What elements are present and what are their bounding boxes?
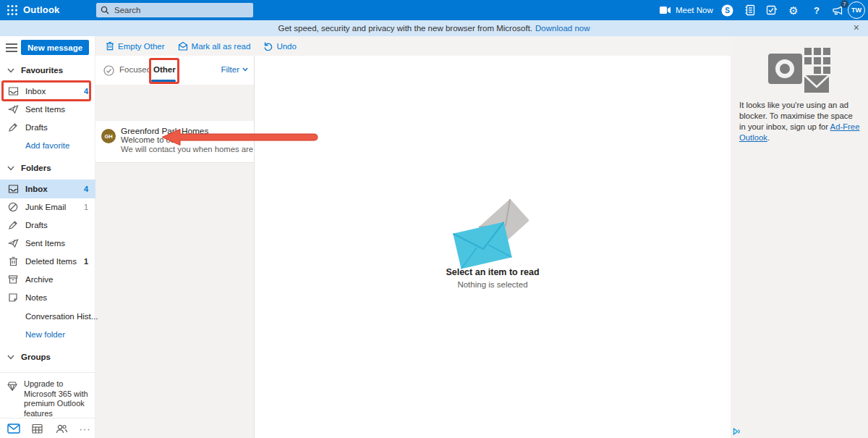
chevron-down-icon [7,164,14,172]
camera-icon [660,6,671,14]
drafts-pencil-icon [7,220,19,230]
help-button[interactable]: ? [809,3,825,17]
sidebar-item-sent[interactable]: Sent Items [0,234,95,253]
banner-download-link[interactable]: Download now [535,24,590,33]
tab-other[interactable]: Other [153,56,176,83]
my-day-button[interactable] [764,3,780,17]
folder-sidebar: New message Favourites Inbox 4 Sent Item… [0,36,95,438]
sidebar-item-archive[interactable]: Archive [0,270,95,289]
search-icon [101,6,109,14]
adchoices-icon[interactable] [732,426,741,438]
email-list-item[interactable]: GH Greenford Park Homes Welcome to our W… [95,121,254,163]
top-bar: Outlook Meet Now S [0,0,868,20]
sidebar-item-notes[interactable]: Notes [0,288,95,307]
divider [0,418,95,418]
sidebar-item-fav-inbox[interactable]: Inbox 4 [0,82,95,101]
inbox-icon [7,184,19,194]
trash-icon [106,41,114,51]
mark-all-read-button[interactable]: Mark all as read [178,41,251,51]
new-folder-link[interactable]: New folder [0,325,95,344]
command-bar: Empty Other Mark all as read Undo [95,36,731,56]
item-count: 1 [84,203,88,211]
sent-icon [7,238,19,248]
module-switcher: ··· [0,419,95,438]
upgrade-text: Upgrade to Microsoft 365 with premium Ou… [24,379,90,418]
app-launcher-icon[interactable] [7,4,18,16]
add-favorite-link[interactable]: Add favorite [0,136,95,155]
svg-text:S: S [725,7,730,14]
email-subject: Welcome to our [121,135,178,144]
search-box[interactable] [96,3,253,17]
sidebar-item-drafts[interactable]: Drafts [0,216,95,235]
banner-message: Get speed, security and privacy with the… [278,24,533,33]
drafts-pencil-icon [7,122,19,132]
note-icon [7,292,19,303]
unread-count: 4 [84,87,88,96]
favourites-header[interactable]: Favourites [0,61,95,80]
open-envelope-icon [178,41,188,51]
folders-header[interactable]: Folders [0,159,95,177]
outlook-window: Outlook Meet Now S [0,0,868,438]
skype-button[interactable]: S [719,3,735,17]
settings-button[interactable]: ⚙ [786,3,801,17]
sidebar-item-inbox[interactable]: Inbox 4 [0,180,95,198]
chevron-down-icon [7,66,14,75]
sidebar-item-fav-sent[interactable]: Sent Items [0,100,95,119]
help-icon: ? [814,5,820,16]
skype-icon: S [721,4,733,17]
whats-new-button[interactable]: 7 [829,3,845,17]
upgrade-promo[interactable]: Upgrade to Microsoft 365 with premium Ou… [0,376,95,418]
item-count: 1 [84,257,88,266]
active-tab-underline [151,80,176,82]
meet-now-label: Meet Now [676,6,713,14]
sent-icon [7,104,19,114]
email-sender: Greenford Park Homes [121,126,208,136]
sidebar-item-conversation-history[interactable]: Conversation Hist... [0,307,95,326]
adblocker-message: It looks like you're using an ad blocker… [739,100,861,143]
sender-avatar: GH [101,129,116,143]
account-avatar[interactable]: TW [848,1,865,19]
more-modules-icon[interactable]: ··· [75,424,95,434]
people-module-icon[interactable] [51,424,72,434]
sidebar-item-deleted[interactable]: Deleted Items 1 [0,252,95,271]
empty-state-subtitle: Nothing is selected [255,280,731,289]
undo-icon [263,41,273,51]
ad-panel: It looks like you're using an ad blocker… [731,36,868,438]
outlook-gray-logo-icon [768,48,830,97]
browser-promo-banner: Get speed, security and privacy with the… [0,20,868,36]
calendar-module-icon[interactable] [27,424,48,434]
mail-module-icon[interactable] [3,424,24,434]
chevron-down-icon [242,67,248,72]
sidebar-item-fav-drafts[interactable]: Drafts [0,118,95,137]
hamburger-icon[interactable] [6,42,19,52]
meet-now-button[interactable]: Meet Now [660,0,713,20]
filter-button[interactable]: Filter [221,56,248,83]
new-message-button[interactable]: New message [21,40,89,55]
empty-state-title: Select an item to read [255,267,731,277]
tab-focused[interactable]: Focused [119,56,151,83]
app-title: Outlook [23,0,60,20]
inbox-icon [7,86,19,96]
onenote-feed-button[interactable] [742,3,758,17]
gear-icon: ⚙ [788,5,798,16]
message-list: Focused Other Filter GH Greenford Park H… [95,56,254,438]
banner-close-icon[interactable]: × [851,20,862,36]
sidebar-item-junk[interactable]: Junk Email 1 [0,198,95,216]
select-all-check-icon[interactable] [103,65,114,79]
reading-pane: Select an item to read Nothing is select… [254,56,731,438]
premium-diamond-icon [7,381,17,418]
search-input[interactable] [114,6,249,14]
undo-button[interactable]: Undo [263,41,297,51]
notification-badge: 7 [841,0,848,8]
divider [0,372,95,373]
groups-header[interactable]: Groups [0,348,95,366]
chevron-down-icon [7,353,14,361]
tasks-check-icon [766,4,778,16]
empty-other-button[interactable]: Empty Other [106,41,165,51]
inbox-tabs-row: Focused Other Filter [95,56,254,85]
trash-icon [7,256,19,266]
archive-icon [7,274,19,285]
unread-count: 4 [84,185,88,193]
notebook-icon [744,4,756,16]
junk-block-icon [7,202,19,212]
